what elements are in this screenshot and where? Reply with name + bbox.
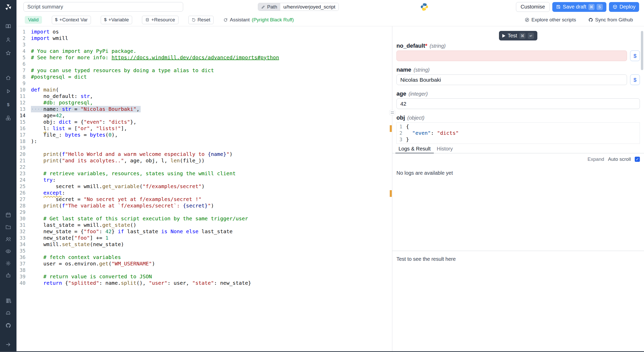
code-line-content[interactable]: ····name:·str·=·"Nicolas·Bourbaki", [31, 106, 141, 112]
script-summary-input[interactable] [23, 2, 183, 12]
code-line-content[interactable]: # Get last state of this script executio… [31, 215, 248, 222]
runs-play-icon[interactable] [5, 88, 11, 94]
settings-gear-icon[interactable] [5, 261, 11, 266]
code-line-content[interactable]: print(f"Hello World and a warm welcome e… [31, 151, 233, 157]
code-line-content[interactable]: #db: postgresql, [31, 99, 93, 106]
deploy-button[interactable]: Deploy [609, 2, 639, 12]
code-line[interactable]: 13····name:·str·=·"Nicolas·Bourbaki", [16, 106, 392, 112]
code-line[interactable]: 20 print(f"Hello World and a warm welcom… [16, 151, 392, 157]
code-line-content[interactable]: # fetch context variables [31, 254, 121, 261]
audit-eye-icon[interactable] [5, 248, 11, 254]
code-line-content[interactable]: #postgresql = dict [31, 74, 87, 80]
name-variable-picker-button[interactable]: $ [630, 74, 640, 85]
obj-json-editor[interactable]: 1{2 "even": "dicts"3} [396, 122, 640, 144]
code-line-content[interactable]: no_default: str, [31, 93, 93, 99]
code-line[interactable]: 29 [16, 209, 392, 215]
code-line-content[interactable]: secret = wmill.get_variable("f/examples/… [31, 183, 205, 190]
save-draft-button[interactable]: Save draft ⌘ S [552, 2, 606, 12]
code-line-content[interactable]: print(f"The variable at `f/examples/secr… [31, 203, 214, 209]
code-line[interactable]: 25 secret = wmill.get_variable("f/exampl… [16, 183, 392, 190]
tab-history[interactable]: History [434, 144, 456, 153]
code-line-content[interactable]: # You can import any PyPi package. [31, 48, 136, 54]
code-line-content[interactable]: return {"splitted": name.split(), "user"… [31, 280, 251, 286]
book-icon[interactable] [5, 23, 11, 29]
code-line-content[interactable]: except: [31, 190, 65, 196]
test-button[interactable]: Test ⌘ ↵ [499, 31, 538, 40]
code-line[interactable]: 33 new_state["foo"] += 1 [16, 235, 392, 241]
code-line[interactable]: 4# You can import any PyPi package. [16, 48, 392, 54]
code-line-content[interactable]: new_state["foo"] += 1 [31, 235, 108, 241]
reset-button[interactable]: Reset [188, 16, 214, 24]
name-input[interactable] [396, 74, 627, 85]
sync-from-github-button[interactable]: Sync from Github [588, 17, 633, 23]
code-line[interactable]: 17 file_: bytes = bytes(0), [16, 132, 392, 138]
code-line[interactable]: 1{ [397, 123, 640, 130]
assistant-button[interactable]: Assistant (Pyright Black Ruff) [223, 17, 294, 23]
code-line[interactable]: 2 "even": "dicts" [397, 130, 640, 136]
code-line[interactable]: 3 [16, 41, 392, 48]
code-line[interactable]: 26 except: [16, 190, 392, 196]
code-line-content[interactable]: } [406, 136, 409, 143]
code-line[interactable]: 30 # Get last state of this script execu… [16, 215, 392, 222]
code-line[interactable]: 6 [16, 61, 392, 67]
code-line-content[interactable]: print("and its acolytes..", age, obj, l,… [31, 157, 205, 164]
path-chip[interactable]: Path u/henri/overjoyed_script [258, 3, 339, 11]
code-line[interactable]: 5# See here for more info: https://docs.… [16, 54, 392, 61]
code-line[interactable]: 11 no_default: str, [16, 93, 392, 99]
explore-other-scripts-button[interactable]: Explore other scripts [525, 17, 576, 23]
code-line-content[interactable]: # See here for more info: https://docs.w… [31, 54, 279, 61]
expand-button[interactable]: Expand [588, 156, 604, 162]
code-line-content[interactable]: last_state = wmill.get_state() [31, 222, 136, 228]
code-line[interactable]: 31 last_state = wmill.get_state() [16, 222, 392, 228]
collapse-sidebar-icon[interactable] [5, 342, 11, 347]
home-icon[interactable] [5, 75, 11, 81]
code-line[interactable]: 24 try: [16, 177, 392, 183]
workers-robot-icon[interactable] [5, 273, 11, 278]
code-line[interactable]: 35 [16, 248, 392, 254]
code-line[interactable]: 28 print(f"The variable at `f/examples/s… [16, 203, 392, 209]
code-line[interactable]: 9 [16, 80, 392, 87]
folders-icon[interactable] [5, 224, 11, 230]
code-editor[interactable]: 1import os2import wmill34# You can impor… [16, 26, 392, 352]
groups-icon[interactable] [5, 236, 11, 242]
code-line[interactable]: 37 user = os.environ.get("WM_USERNAME") [16, 261, 392, 267]
code-line[interactable]: 8#postgresql = dict [16, 74, 392, 80]
code-line[interactable]: 40 return {"splitted": name.split(), "us… [16, 280, 392, 286]
account-icon[interactable] [5, 37, 11, 43]
code-line-content[interactable]: new_state = {"foo": 42} if last_state is… [31, 228, 233, 235]
code-line-content[interactable]: ): [31, 138, 37, 145]
add-resource-button[interactable]: +Resource [142, 16, 178, 24]
code-line[interactable]: 15 obj: dict = {"even": "dicts"}, [16, 119, 392, 125]
code-line-content[interactable]: try: [31, 177, 56, 183]
auto-scroll-checkbox[interactable]: ✓ [635, 157, 640, 162]
age-input[interactable] [396, 98, 640, 109]
code-line-content[interactable]: wmill.set_state(new_state) [31, 241, 124, 248]
code-line[interactable]: 36 # fetch context variables [16, 254, 392, 261]
add-context-var-button[interactable]: $ +Context Var [52, 16, 91, 24]
code-line[interactable]: 38 [16, 267, 392, 273]
code-line-content[interactable]: file_: bytes = bytes(0), [31, 132, 118, 138]
code-line[interactable]: 23 # retrieve variables, resources, stat… [16, 170, 392, 177]
code-line-content[interactable]: { [406, 123, 409, 130]
code-line[interactable]: 1import os [16, 29, 392, 35]
no-default-input[interactable] [396, 51, 627, 61]
add-variable-button[interactable]: $ +Variable [101, 16, 132, 24]
code-line-content[interactable]: age=42, [31, 112, 65, 119]
code-line-content[interactable]: # return value is converted to JSON [31, 273, 152, 280]
code-line-content[interactable]: obj: dict = {"even": "dicts"}, [31, 119, 136, 125]
code-line[interactable]: 19 [16, 145, 392, 151]
github-icon[interactable] [5, 323, 11, 328]
code-line[interactable]: 34 wmill.set_state(new_state) [16, 241, 392, 248]
star-icon[interactable] [5, 50, 11, 56]
no-default-variable-picker-button[interactable]: $ [630, 51, 640, 61]
discord-icon[interactable] [5, 310, 11, 316]
variables-dollar-icon[interactable] [5, 102, 11, 107]
code-line-content[interactable]: "even": "dicts" [406, 130, 459, 136]
code-line-content[interactable]: # retrieve variables, resources, states … [31, 170, 236, 177]
code-line[interactable]: 3} [397, 136, 640, 143]
code-line-content[interactable]: secret = "No secret yet at f/examples/se… [31, 196, 201, 203]
resources-icon[interactable] [5, 115, 11, 121]
code-line[interactable]: 22 [16, 164, 392, 170]
code-line-content[interactable]: user = os.environ.get("WM_USERNAME") [31, 261, 155, 267]
splitter-grip[interactable] [389, 110, 395, 115]
